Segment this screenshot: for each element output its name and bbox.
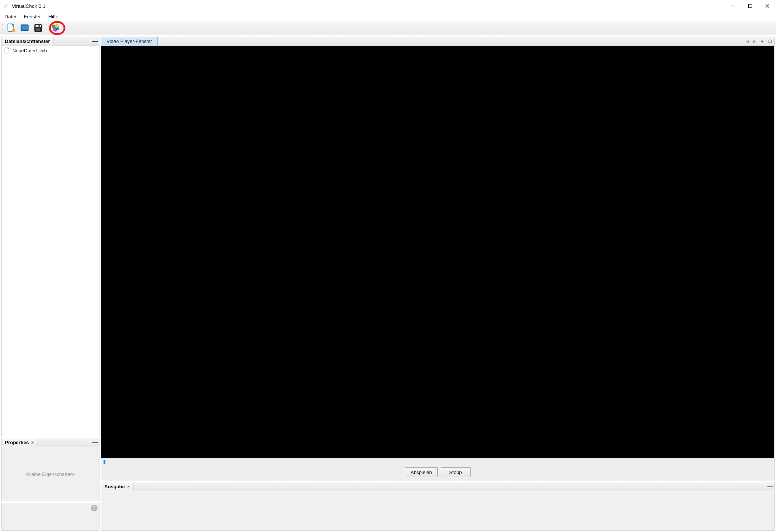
menu-file[interactable]: Datei [1,13,20,20]
open-button[interactable] [19,22,31,34]
toolbar-grip [2,23,3,33]
maximize-button[interactable] [742,0,759,12]
tab-menu-icon[interactable]: ▼ [759,39,765,44]
toolbar-grip-2 [46,23,47,33]
close-button[interactable] [759,0,776,12]
output-close-icon[interactable]: × [127,484,130,489]
save-icon [33,23,43,33]
app-title: VirtualChoir 0.1 [12,3,724,9]
people-button[interactable] [49,22,61,34]
file-view-title: Dateiansichtfenster [5,39,50,44]
minimize-button[interactable] [724,0,742,12]
output-title: Ausgabe [104,484,125,489]
tab-next-icon: ▶ [752,39,758,44]
svg-point-19 [56,28,59,30]
app-window: VirtualChoir 0.1 Datei Fenster Hilfe [0,0,776,532]
file-view-tab[interactable]: Dateiansichtfenster [2,37,53,46]
svg-rect-14 [36,28,40,31]
titlebar: VirtualChoir 0.1 [0,0,776,12]
properties-body: <Keine Eigenschaften> [2,447,99,501]
properties-panel: Properties × — <Keine Eigenschaften> [1,438,99,501]
file-item[interactable]: NeueDatei1.vch [3,47,98,54]
properties-title: Properties [5,440,29,445]
tab-maximize-icon[interactable] [767,39,773,44]
svg-rect-3 [749,4,752,8]
output-body [101,491,774,530]
file-view-panel: Dateiansichtfenster — NeueDatei1.vch [1,37,99,436]
properties-minimize[interactable]: — [91,438,99,447]
video-controls: Abspielen Stopp [101,458,774,480]
output-panel: Ausgabe × — [101,482,775,531]
video-header: Video Player-Fenster ◀ ▶ ▼ [101,37,774,46]
stop-button[interactable]: Stopp [441,467,471,477]
video-tab-label: Video Player-Fenster [107,39,152,44]
new-file-button[interactable] [5,22,17,34]
file-view-header: Dateiansichtfenster — [2,37,99,46]
video-player-tab[interactable]: Video Player-Fenster [101,37,158,46]
hint-icon[interactable]: ? [91,505,98,511]
menu-window[interactable]: Fenster [20,13,45,20]
app-icon [3,3,9,9]
svg-rect-11 [21,30,28,31]
play-button[interactable]: Abspielen [405,467,437,477]
right-column: Video Player-Fenster ◀ ▶ ▼ [101,37,775,531]
file-list: NeueDatei1.vch [2,46,99,436]
svg-rect-10 [22,26,28,30]
file-icon [4,47,10,53]
menu-help[interactable]: Hilfe [44,13,62,20]
video-player-panel: Video Player-Fenster ◀ ▶ ▼ [101,37,775,480]
people-icon [50,23,60,33]
svg-rect-22 [768,40,771,43]
save-button[interactable] [32,22,44,34]
new-file-icon [6,23,16,33]
svg-rect-15 [39,25,40,27]
video-viewport[interactable] [101,46,774,458]
properties-empty-text: <Keine Eigenschaften> [25,471,76,477]
tab-prev-icon: ◀ [744,39,750,44]
video-progress[interactable] [104,460,772,464]
left-column: Dateiansichtfenster — NeueDatei1.vch [1,37,99,531]
main-content: Dateiansichtfenster — NeueDatei1.vch [0,35,776,532]
properties-close-icon[interactable]: × [31,440,34,445]
output-header: Ausgabe × — [101,482,774,491]
properties-header: Properties × — [2,438,99,447]
video-header-controls: ◀ ▶ ▼ [744,39,774,44]
open-folder-icon [20,23,30,33]
playback-buttons: Abspielen Stopp [104,467,772,477]
file-name: NeueDatei1.vch [12,48,47,53]
output-minimize[interactable]: — [766,482,774,491]
output-tab[interactable]: Ausgabe × [101,482,133,491]
menubar: Datei Fenster Hilfe [0,12,776,21]
file-view-minimize[interactable]: — [91,37,99,46]
properties-tab[interactable]: Properties × [2,438,37,447]
window-controls [724,0,776,12]
svg-point-17 [55,25,59,28]
hint-panel: ? [1,503,99,531]
svg-point-1 [6,4,8,7]
svg-rect-13 [36,25,41,27]
video-progress-thumb[interactable] [104,460,105,464]
toolbar [0,21,776,35]
